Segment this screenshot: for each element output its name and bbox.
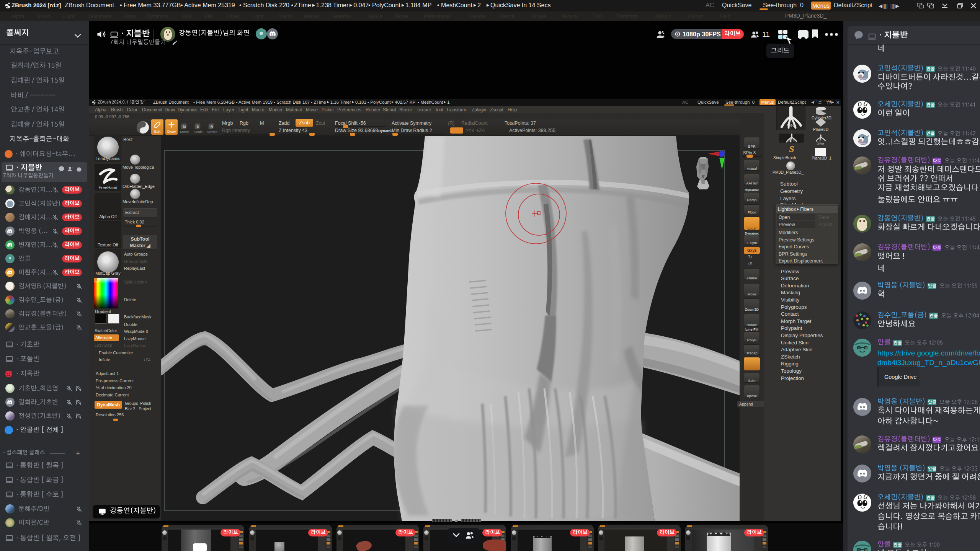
- svg-text:D: D: [865, 549, 867, 551]
- svg-text:3: 3: [858, 549, 859, 551]
- svg-text:3: 3: [858, 347, 859, 349]
- svg-text:M: M: [183, 125, 186, 129]
- svg-text:R: R: [211, 125, 213, 129]
- svg-text:D: D: [865, 347, 867, 349]
- svg-text:S: S: [197, 125, 199, 129]
